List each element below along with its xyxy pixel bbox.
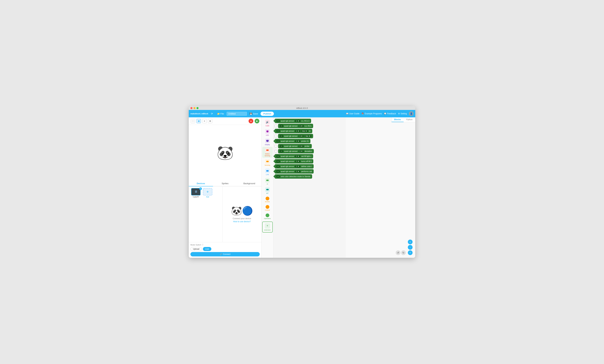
save-icon: 💾 <box>250 112 252 115</box>
block-row-9: ≡ quad rgb sensor 1 ▼ turns off fill li <box>275 159 302 163</box>
save-button[interactable]: 💾 Save <box>248 112 259 116</box>
category-audio[interactable]: 🔊 Audio <box>262 119 273 128</box>
refresh-button[interactable]: ⟳ <box>210 111 214 116</box>
project-name-input[interactable] <box>227 112 247 116</box>
audio-label: Audio <box>265 125 269 127</box>
block-dropdown[interactable]: 1 ▼ <box>295 155 300 158</box>
block-text-2: define color t <box>301 165 302 167</box>
block-dropdown[interactable]: 1 ▼ <box>295 140 300 142</box>
fullscreen-button[interactable]: ⛶ <box>191 119 195 123</box>
block-item[interactable]: ≡ quad rgb sensor 1 ▼ set fill light c <box>275 154 302 158</box>
close-button[interactable] <box>190 107 192 109</box>
block-checkbox[interactable] <box>275 135 277 137</box>
block-checkbox[interactable] <box>275 125 277 127</box>
block-categories: 🔊 Audio LED Display <box>262 117 273 182</box>
block-row-11: ≡ quad rgb sensor 1 ▼ performs cali <box>275 169 302 174</box>
category-motion-sensing[interactable]: Motion Sensing <box>262 147 273 158</box>
tab-sprites[interactable]: Sprites <box>213 181 237 182</box>
block-checkbox[interactable] <box>275 150 277 152</box>
block-row-5: ≡ quad rgb sensor 1 ▼ probe (1) <box>275 139 302 143</box>
grid-view-button[interactable]: ▦ <box>197 119 201 123</box>
logo-text: makeblock | mBlock <box>190 113 208 115</box>
block-dropdown[interactable]: 1 ▼ <box>299 125 302 127</box>
sensor-icon: ≡ <box>277 160 280 163</box>
svg-rect-8 <box>266 180 269 181</box>
block-text-2: L1, R1's li <box>301 120 302 122</box>
category-display[interactable]: Display <box>262 138 273 147</box>
sensor-icon: ≡ <box>277 130 280 132</box>
block-text: quad rgb sensor <box>284 135 298 137</box>
toolbar: makeblock | mBlock ⟳ 📁 File 💾 Save Publi… <box>189 110 302 117</box>
block-row-3: ≡ quad rgb sensor 1 ▼ line ▼ in <box>275 129 302 133</box>
tile-view-button[interactable]: ⊞ <box>208 119 212 123</box>
block-dropdown[interactable]: 1 ▼ <box>295 165 300 168</box>
file-menu-button[interactable]: 📁 File <box>216 112 225 116</box>
block-item[interactable]: ≡ quad rgb sensor 1 ▼ probe (1) <box>275 139 302 143</box>
block-text: quad rgb sensor <box>281 165 294 167</box>
block-item[interactable]: ≡ sets color detection mode to Standa <box>275 174 302 179</box>
tab-devices[interactable]: Devices <box>189 181 213 182</box>
block-text-2: turns off fill li <box>301 160 302 162</box>
stop-button[interactable]: ■ <box>249 119 253 123</box>
svg-rect-0 <box>266 131 268 132</box>
block-text: quad rgb sensor <box>284 150 298 152</box>
block-text: quad rgb sensor <box>281 160 294 162</box>
block-item[interactable]: ≡ quad rgb sensor 1 ▼ deviation <box>278 149 302 153</box>
block-dropdown[interactable]: 1 ▼ <box>299 135 302 137</box>
block-item[interactable]: ≡ quad rgb sensor 1 ▼ turns off fill li <box>275 159 302 163</box>
sensor-icon: ≡ <box>277 120 280 122</box>
block-dropdown[interactable]: 1 ▼ <box>295 130 300 132</box>
block-item[interactable]: ≡ quad rgb sensor 1 ▼ line ▼ <box>278 134 302 138</box>
svg-rect-7 <box>266 170 269 171</box>
sensor-icon: ≡ <box>280 135 283 137</box>
block-row-6: ≡ quad rgb sensor 1 ▼ probe <box>275 144 302 148</box>
sensor-icon: ≡ <box>277 170 280 173</box>
lan-icon <box>265 169 270 173</box>
ai-icon <box>265 178 270 182</box>
maximize-button[interactable] <box>197 107 199 109</box>
block-dropdown[interactable]: 1 ▼ <box>299 150 302 152</box>
block-checkbox[interactable] <box>275 145 277 147</box>
publish-button[interactable]: Publish <box>261 112 274 116</box>
category-lan[interactable]: LAN <box>262 168 273 177</box>
sensor-icon: ≡ <box>277 140 280 142</box>
tabs-row: Devices Sprites Background <box>189 181 261 182</box>
block-dropdown[interactable]: 1 ▼ <box>295 160 300 162</box>
block-text-2: performs cali <box>301 170 302 172</box>
block-dropdown-2[interactable]: line ▼ <box>301 130 302 132</box>
block-item[interactable]: ≡ quad rgb sensor 1 ▼ L1, R1's <box>278 124 302 128</box>
sensing-icon <box>265 159 270 164</box>
sensor-icon: ≡ <box>277 175 280 178</box>
block-row-7: ≡ quad rgb sensor 1 ▼ deviation <box>275 149 302 153</box>
block-item[interactable]: ≡ quad rgb sensor 1 ▼ performs cali <box>275 169 302 174</box>
block-text-2: set fill light c <box>301 155 302 157</box>
display-label: Display <box>265 144 270 146</box>
led-icon <box>265 129 270 134</box>
sensing-label: Sensing <box>264 164 270 166</box>
display-icon <box>265 139 270 143</box>
block-item[interactable]: ≡ quad rgb sensor 1 ▼ line ▼ in <box>275 129 302 133</box>
block-row-12: ≡ sets color detection mode to Standa <box>275 174 302 179</box>
svg-rect-3 <box>266 140 269 142</box>
block-dropdown[interactable]: 1 ▼ <box>295 120 300 122</box>
category-led[interactable]: LED <box>262 128 273 137</box>
block-row-1: ≡ quad rgb sensor 1 ▼ L1, R1's li <box>275 119 302 123</box>
run-button[interactable]: ▶ <box>255 119 259 123</box>
stage-area: ⛶ ▦ ≡ ⊞ ■ ▶ 🐼 Devices Sprites Background <box>189 117 262 182</box>
block-row-10: ≡ quad rgb sensor 1 ▼ define color t <box>275 164 302 169</box>
block-dropdown[interactable]: 1 ▼ <box>295 170 300 173</box>
audio-icon: 🔊 <box>265 120 270 124</box>
minimize-button[interactable] <box>193 107 196 109</box>
block-row-8: ≡ quad rgb sensor 1 ▼ set fill light c <box>275 154 302 158</box>
tab-background[interactable]: Background <box>237 181 261 182</box>
category-ai[interactable]: AI <box>262 177 273 182</box>
block-item[interactable]: ≡ quad rgb sensor 1 ▼ L1, R1's li <box>275 119 302 123</box>
block-dropdown[interactable]: 1 ▼ <box>299 145 302 147</box>
block-text: quad rgb sensor <box>281 120 294 122</box>
category-sensing[interactable]: Sensing <box>262 158 273 167</box>
block-item[interactable]: ≡ quad rgb sensor 1 ▼ probe <box>278 144 302 148</box>
title-bar: mBlock v5.4.3 <box>189 106 302 110</box>
list-view-button[interactable]: ≡ <box>202 119 207 123</box>
svg-rect-2 <box>268 132 268 133</box>
block-item[interactable]: ≡ quad rgb sensor 1 ▼ define color t <box>275 164 302 169</box>
